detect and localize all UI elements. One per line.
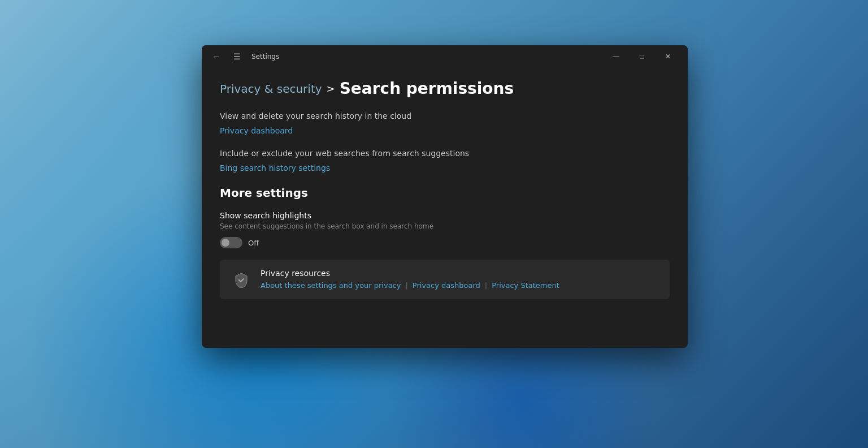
privacy-resources-content: Privacy resources About these settings a… (261, 269, 559, 290)
breadcrumb-chevron: > (327, 83, 335, 94)
shield-icon (231, 270, 251, 290)
settings-window: ← ☰ Settings — □ ✕ Privacy & security > … (202, 45, 688, 348)
breadcrumb-parent[interactable]: Privacy & security (220, 82, 322, 96)
separator-2: | (485, 281, 487, 290)
toggle-knob (222, 239, 229, 247)
titlebar-left: ← ☰ Settings (209, 49, 279, 64)
maximize-button[interactable]: □ (629, 48, 655, 66)
back-button[interactable]: ← (209, 49, 224, 64)
menu-button[interactable]: ☰ (229, 49, 245, 64)
search-highlights-toggle-label: Off (248, 239, 259, 247)
privacy-dashboard-footer-link[interactable]: Privacy dashboard (413, 281, 480, 290)
search-highlights-title: Show search highlights (220, 211, 670, 220)
suggestions-section-desc: Include or exclude your web searches fro… (220, 149, 670, 158)
cloud-section-desc: View and delete your search history in t… (220, 111, 670, 120)
bing-search-history-link[interactable]: Bing search history settings (220, 163, 330, 173)
privacy-resources-title: Privacy resources (261, 269, 559, 278)
minimize-button[interactable]: — (603, 48, 629, 66)
close-button[interactable]: ✕ (655, 48, 681, 66)
more-settings-heading: More settings (220, 186, 670, 200)
privacy-resources-footer: Privacy resources About these settings a… (220, 260, 670, 299)
separator-1: | (405, 281, 407, 290)
about-privacy-link[interactable]: About these settings and your privacy (261, 281, 401, 290)
search-highlights-toggle-row: Off (220, 237, 670, 248)
search-highlights-setting: Show search highlights See content sugge… (220, 211, 670, 248)
content-area: Privacy & security > Search permissions … (202, 68, 688, 348)
titlebar: ← ☰ Settings — □ ✕ (202, 45, 688, 68)
window-controls: — □ ✕ (603, 48, 681, 66)
breadcrumb: Privacy & security > Search permissions (220, 79, 670, 98)
footer-links: About these settings and your privacy | … (261, 281, 559, 290)
search-highlights-subtitle: See content suggestions in the search bo… (220, 222, 670, 230)
privacy-statement-link[interactable]: Privacy Statement (492, 281, 559, 290)
window-title: Settings (251, 53, 279, 61)
search-highlights-toggle[interactable] (220, 237, 242, 248)
privacy-dashboard-link[interactable]: Privacy dashboard (220, 126, 293, 135)
breadcrumb-current: Search permissions (340, 79, 514, 98)
